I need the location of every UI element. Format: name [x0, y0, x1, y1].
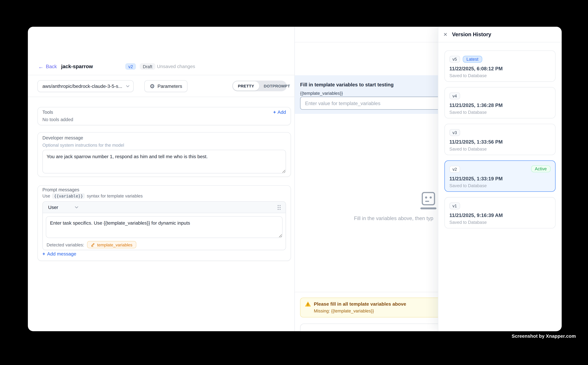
unsaved-changes-label: Unsaved changes — [157, 64, 195, 69]
pencil-icon — [91, 243, 95, 247]
app-window: ← Back jack-sparrow v2 Draft Unsaved cha… — [28, 27, 562, 331]
version-chip: v4 — [450, 92, 460, 99]
add-tool-button[interactable]: + Add — [273, 110, 286, 115]
version-status: Saved to Database — [450, 183, 551, 188]
template-variable-chip[interactable]: template_variables — [87, 241, 136, 248]
version-status: Saved to Database — [450, 220, 551, 225]
warning-title: Please fill in all template variables ab… — [314, 301, 406, 307]
back-label: Back — [46, 64, 57, 69]
chat-empty-hint: Fill in the variables above, then typ — [354, 215, 433, 221]
latest-badge: Latest — [463, 56, 482, 63]
version-chip: v5 — [450, 56, 460, 63]
version-status: Saved to Database — [450, 110, 551, 115]
version-card-v1[interactable]: v1 11/21/2025, 9:16:39 AM Saved to Datab… — [444, 197, 555, 228]
version-card-v2-active[interactable]: v2 Active 11/21/2025, 1:33:19 PM Saved t… — [444, 161, 555, 192]
message-role-header: User — [43, 202, 286, 213]
variable-syntax-code: {{variable}} — [52, 193, 85, 199]
toggle-pretty[interactable]: PRETTY — [233, 81, 259, 91]
version-date: 11/22/2025, 6:08:12 PM — [450, 66, 551, 71]
version-history-panel: ✕ Version History v5 Latest 11/22/2025, … — [438, 27, 562, 331]
format-toggle: PRETTY DOTPROMPT — [232, 81, 287, 91]
page-title: jack-sparrow — [61, 64, 93, 69]
hint-suffix: syntax for template variables — [87, 194, 143, 198]
developer-message-card: Developer message Optional system instru… — [37, 132, 291, 177]
version-date: 11/21/2025, 1:33:19 PM — [450, 176, 551, 182]
developer-message-subtitle: Optional system instructions for the mod… — [42, 143, 124, 147]
tools-title: Tools — [42, 110, 53, 115]
stage: ← Back jack-sparrow v2 Draft Unsaved cha… — [0, 0, 588, 365]
model-select[interactable]: aws/anthropic/bedrock-claude-3-5-s... — [37, 80, 134, 92]
drag-handle-icon[interactable] — [277, 205, 281, 210]
developer-message-title: Developer message — [42, 135, 83, 140]
tools-empty-label: No tools added — [42, 117, 73, 122]
active-badge: Active — [531, 165, 551, 172]
xnapper-watermark: Screenshot by Xnapper.com — [512, 333, 576, 339]
version-chip: v2 — [450, 166, 460, 173]
version-chip: v1 — [450, 203, 460, 209]
plus-icon: + — [273, 110, 276, 115]
plus-icon: + — [42, 251, 45, 257]
header-row: ← Back jack-sparrow v2 Draft Unsaved cha… — [38, 62, 290, 71]
model-select-value: aws/anthropic/bedrock-claude-3-5-s... — [42, 84, 122, 89]
version-status: Saved to Database — [450, 147, 551, 151]
back-arrow-icon: ← — [38, 64, 44, 69]
prompt-messages-card: Prompt messages Use {{variable}} syntax … — [37, 185, 291, 261]
prompt-message-block: User Enter task specifics. Use {{templat… — [42, 201, 286, 250]
template-variable-name: template_variables — [97, 242, 132, 247]
gear-icon: ⚙ — [150, 83, 155, 89]
back-button[interactable]: ← Back — [38, 64, 57, 69]
add-tool-label: Add — [277, 110, 286, 115]
toggle-dotprompt[interactable]: DOTPROMPT — [259, 81, 295, 91]
app-header: ← Back jack-sparrow v2 Draft Unsaved cha… — [28, 27, 294, 75]
robot-face-icon — [420, 192, 437, 209]
prompt-messages-title: Prompt messages — [42, 187, 79, 193]
variable-syntax-hint: Use {{variable}} syntax for template var… — [42, 193, 143, 199]
version-date: 11/21/2025, 1:33:56 PM — [450, 139, 551, 145]
parameters-button[interactable]: ⚙ Parameters — [144, 80, 187, 92]
warning-triangle-icon — [305, 301, 311, 307]
version-history-title: Version History — [452, 31, 491, 37]
add-message-label: Add message — [47, 251, 76, 257]
detected-variables-label: Detected variables: — [47, 242, 84, 247]
version-date: 11/21/2025, 1:36:28 PM — [450, 102, 551, 108]
draft-badge: Draft — [140, 63, 155, 70]
prompt-message-input[interactable]: Enter task specifics. Use {{template_var… — [46, 216, 283, 238]
developer-message-input[interactable]: You are jack sparrow number 1, respond a… — [42, 150, 286, 173]
version-card-v5[interactable]: v5 Latest 11/22/2025, 6:08:12 PM Saved t… — [444, 50, 555, 82]
parameters-label: Parameters — [157, 84, 182, 89]
add-message-button[interactable]: + Add message — [42, 251, 76, 257]
version-history-header: ✕ Version History — [438, 27, 562, 42]
editor-pane: ← Back jack-sparrow v2 Draft Unsaved cha… — [28, 27, 294, 331]
version-list: v5 Latest 11/22/2025, 6:08:12 PM Saved t… — [444, 42, 555, 228]
version-chip: v3 — [450, 129, 460, 136]
role-select[interactable]: User — [48, 204, 58, 210]
banner-title: Fill in template variables to start test… — [300, 82, 394, 87]
close-icon[interactable]: ✕ — [443, 32, 447, 37]
chevron-down-icon — [126, 85, 130, 87]
version-card-v3[interactable]: v3 11/21/2025, 1:33:56 PM Saved to Datab… — [444, 124, 555, 155]
detected-variables-row: Detected variables: template_variables — [47, 241, 136, 248]
chevron-down-icon[interactable] — [75, 206, 78, 208]
hint-prefix: Use — [42, 194, 50, 198]
tools-card: Tools + Add No tools added — [37, 107, 291, 125]
version-badge: v2 — [125, 63, 136, 70]
version-date: 11/21/2025, 9:16:39 AM — [450, 212, 551, 218]
version-status: Saved to Database — [450, 73, 551, 78]
editor-toolbar: aws/anthropic/bedrock-claude-3-5-s... ⚙ … — [28, 75, 294, 97]
banner-variable-label: {{template_variables}} — [300, 91, 343, 95]
version-card-v4[interactable]: v4 11/21/2025, 1:36:28 PM Saved to Datab… — [444, 87, 555, 118]
